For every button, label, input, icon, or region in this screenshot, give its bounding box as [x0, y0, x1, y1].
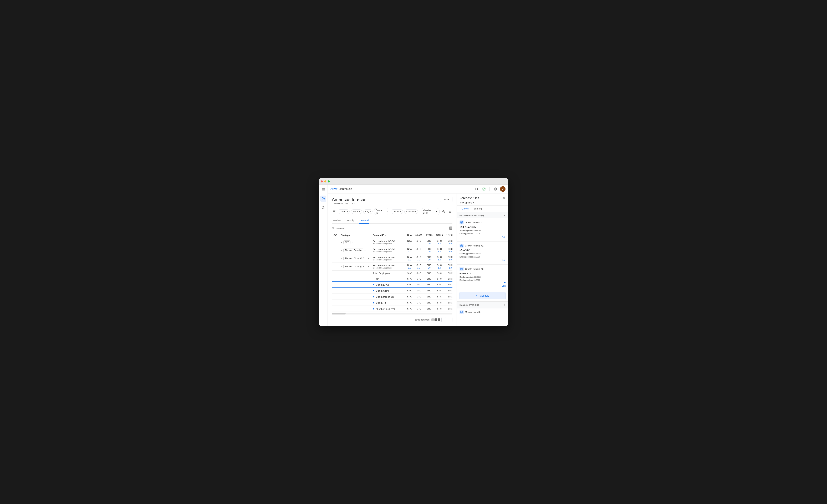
user-avatar[interactable]: U	[500, 186, 505, 192]
cloud-mkt-3-2023: SHC	[414, 294, 424, 300]
total-9-2023: SHC	[434, 271, 444, 276]
page-size-large[interactable]	[438, 319, 440, 321]
campus-filter-chip[interactable]: Campus ▾	[404, 210, 418, 214]
formula-1-header: Growth formula #1	[459, 220, 505, 224]
refresh-icon[interactable]	[474, 186, 479, 192]
pagination-row: items per page: ‹ ›	[332, 315, 452, 324]
add-filter-button[interactable]: Add Filter	[332, 227, 345, 230]
cloud-ti-row: ● Cloud (TI) SHC SHC SHC SHC SHC SHC	[332, 300, 452, 306]
add-rule-button[interactable]: + + Add rule	[459, 292, 505, 299]
tech-label: Tech	[371, 276, 405, 282]
svg-rect-1	[322, 189, 325, 190]
chart-nav-icon[interactable]	[320, 195, 326, 202]
panel-tab-growth[interactable]: Growth	[459, 206, 471, 212]
row2-9-2023: SHC1.0	[434, 246, 444, 255]
cloud-ti-gs	[332, 300, 339, 306]
scrollbar-thumb[interactable]	[332, 313, 346, 315]
tab-demand[interactable]: Demand	[359, 218, 370, 224]
formula-3-header: Growth formula #3	[459, 267, 505, 271]
close-button[interactable]	[321, 180, 323, 182]
row2-demand-id: Belo Horizonte GOGO Blended Sharing Rati…	[371, 246, 405, 255]
tech-now: SHC	[405, 276, 414, 282]
row3-expand[interactable]: ∨	[341, 257, 342, 260]
minimize-button[interactable]	[324, 180, 326, 182]
row3-12-2023: SHC1.0	[444, 255, 452, 263]
manual-override-item: Manual override	[457, 309, 508, 316]
manual-override-toggle[interactable]: ∧	[504, 303, 505, 306]
col-header-gs: G/S	[332, 232, 339, 238]
demand-id-filter-chip[interactable]: Demand ID ▾	[374, 208, 389, 215]
col-header-9-2023: 9/2023	[434, 232, 444, 238]
view-options-button[interactable]: View options ▾	[457, 200, 508, 206]
panel-tab-sharing[interactable]: Sharing	[471, 206, 484, 212]
row2-6-2023: SHC1.0	[424, 246, 434, 255]
metro-filter-label: Metro	[353, 210, 358, 213]
page-size-small[interactable]	[431, 319, 434, 321]
page-size-medium[interactable]	[435, 319, 437, 321]
cloud-gtm-gs	[332, 288, 339, 294]
formula-3-edit[interactable]: Edit	[459, 284, 505, 288]
table-row: ∧ Planner - Cloud @ 3:1 ▾ Belo Horizonte…	[332, 263, 452, 271]
cloud-ti-now: SHC	[405, 300, 414, 306]
tech-9-2023: SHC	[434, 276, 444, 282]
row4-expand[interactable]: ∧	[341, 265, 342, 268]
menu-icon[interactable]	[320, 186, 326, 193]
cloud-eng-strategy	[339, 282, 371, 288]
view-by-button[interactable]: View by: SHC ▾	[421, 208, 440, 215]
cloud-gtm-now: SHC	[405, 288, 414, 294]
row2-expand[interactable]: ∨	[341, 249, 342, 251]
prev-page-button[interactable]: ‹	[441, 317, 446, 322]
formula-1-edit[interactable]: Edit	[459, 235, 505, 239]
formula-2-edit[interactable]: Edit	[459, 258, 505, 262]
row3-9-2023: SHC1.0	[434, 255, 444, 263]
row4-strategy-badge: Planner - Cloud @ 3:1	[343, 265, 367, 268]
row3-dropdown[interactable]: ▾	[368, 257, 369, 260]
city-filter-chip[interactable]: City ▾	[363, 210, 373, 214]
city-filter-arrow: ▾	[370, 211, 371, 213]
save-button[interactable]: Save	[440, 197, 452, 202]
next-page-button[interactable]: ›	[448, 317, 452, 322]
campus-filter-label: Campus	[406, 210, 415, 213]
campus-filter-arrow: ▾	[415, 211, 416, 213]
timer-icon[interactable]	[441, 209, 446, 214]
metro-filter-chip[interactable]: Metro ▾	[351, 210, 362, 214]
col-header-demand-id[interactable]: Demand ID ↑	[371, 232, 405, 238]
row2-dropdown[interactable]: ▾	[364, 249, 366, 251]
tab-preview[interactable]: Preview	[332, 218, 342, 224]
cloud-mkt-6-2023: SHC	[424, 294, 434, 300]
formula-2-start-label: Starting period:	[459, 253, 474, 255]
formula-1-end-label: Ending period:	[459, 232, 473, 235]
tab-supply[interactable]: Supply	[346, 218, 355, 224]
row1-6-2023: SHC1.0	[424, 238, 434, 246]
latam-filter-arrow: ▾	[347, 211, 348, 213]
download-icon[interactable]	[447, 209, 452, 214]
row4-dropdown[interactable]: ▾	[368, 265, 369, 268]
cloud-eng-3-2023: SHC	[414, 282, 424, 288]
col-header-3-2023: 3/2023	[414, 232, 424, 238]
cloud-ti-strategy	[339, 300, 371, 306]
maximize-button[interactable]	[328, 180, 330, 182]
row4-demand-id: Belo Horizonte GOGO Blended Sharing Rati…	[371, 263, 405, 271]
total-6-2023: SHC	[424, 271, 434, 276]
all-other-6-2023: SHC	[424, 306, 434, 312]
horizontal-scrollbar[interactable]	[332, 313, 452, 315]
formula-1-meta: Starting period: 06/2023 Ending period: …	[459, 229, 505, 235]
row1-expand[interactable]: ∨	[341, 241, 342, 243]
formula-2-start: 03/2025	[474, 253, 481, 255]
growth-section-toggle[interactable]: ∧	[504, 214, 505, 217]
formula-3-card: Growth formula #3 +10% Y/Y Starting peri…	[457, 265, 508, 290]
filter-settings-icon[interactable]	[332, 209, 336, 214]
table-view-icon[interactable]	[449, 226, 452, 230]
cloud-eng-row[interactable]: ● Cloud (ENG) SHC SHC SHC SHC SHC SHC	[332, 282, 452, 288]
page-title: Americas forecast	[332, 197, 368, 202]
panel-close-button[interactable]: ✕	[503, 196, 505, 200]
divider	[489, 187, 490, 191]
globe-icon[interactable]	[492, 186, 498, 192]
top-header: rews Lighthouse	[328, 184, 508, 193]
row1-dropdown[interactable]: ▾	[351, 241, 353, 243]
svg-rect-9	[449, 227, 452, 229]
row2-strategy-badge: Planner - Baseline	[343, 248, 363, 252]
latam-filter-chip[interactable]: LatAm ▾	[338, 210, 350, 214]
district-filter-chip[interactable]: District ▾	[391, 210, 403, 214]
layers-nav-icon[interactable]	[320, 205, 326, 211]
